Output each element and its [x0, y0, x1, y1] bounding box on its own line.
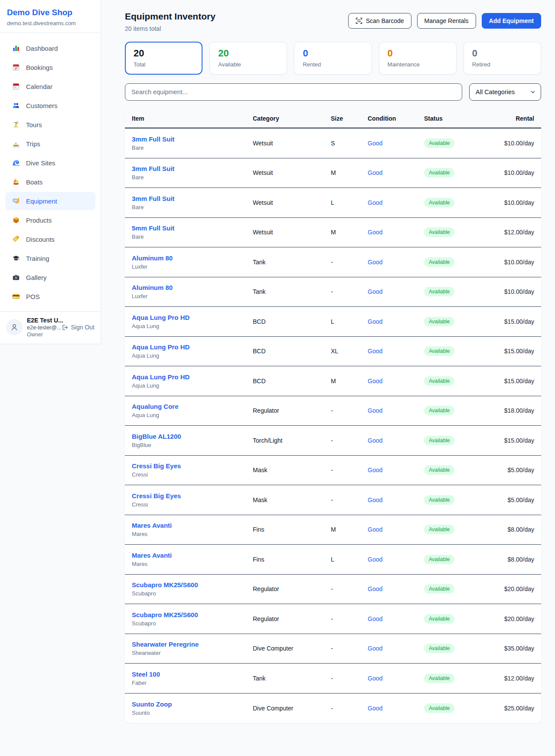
table-row: Scubapro MK25/S600 Scubapro Regulator - …	[125, 604, 541, 634]
item-name-link[interactable]: Aluminum 80	[132, 254, 253, 262]
stat-card-maintenance[interactable]: 0 Maintenance	[379, 42, 457, 75]
item-condition-link[interactable]: Good	[368, 556, 424, 563]
item-condition-link[interactable]: Good	[368, 407, 424, 414]
item-name-link[interactable]: Scubapro MK25/S600	[132, 611, 253, 618]
sidebar-item-bookings[interactable]: 17 Bookings	[5, 58, 95, 76]
table-row: Mares Avanti Mares Fins L Good Available…	[125, 545, 541, 575]
status-badge: Available	[424, 317, 454, 326]
item-condition-link[interactable]: Good	[368, 496, 424, 503]
category-select[interactable]: All Categories	[469, 83, 541, 101]
item-condition-link[interactable]: Good	[368, 437, 424, 444]
item-condition-link[interactable]: Good	[368, 318, 424, 325]
item-name-link[interactable]: Aqua Lung Pro HD	[132, 373, 253, 381]
item-name-link[interactable]: Steel 100	[132, 671, 253, 678]
sidebar-item-discounts[interactable]: Discounts	[5, 230, 95, 248]
item-category: Fins	[253, 526, 331, 533]
item-condition-link[interactable]: Good	[368, 169, 424, 176]
item-size: -	[331, 675, 368, 682]
item-condition-link[interactable]: Good	[368, 705, 424, 712]
item-category: Tank	[253, 259, 331, 266]
item-condition-link[interactable]: Good	[368, 229, 424, 236]
status-badge: Available	[424, 406, 454, 415]
item-rental: $25.00/day	[473, 705, 534, 712]
item-brand: Bare	[132, 174, 253, 181]
scan-barcode-button[interactable]: Scan Barcode	[348, 13, 411, 29]
tours-icon	[12, 121, 20, 128]
item-name-link[interactable]: Mares Avanti	[132, 522, 253, 529]
person-icon	[10, 323, 19, 332]
sidebar-item-trips[interactable]: Trips	[5, 135, 95, 153]
item-name-link[interactable]: Shearwater Peregrine	[132, 641, 253, 648]
item-name-link[interactable]: Aqua Lung Pro HD	[132, 343, 253, 351]
item-condition-link[interactable]: Good	[368, 615, 424, 622]
add-equipment-button[interactable]: Add Equipment	[482, 13, 541, 29]
stat-label: Available	[218, 61, 278, 68]
item-name-link[interactable]: Cressi Big Eyes	[132, 492, 253, 500]
item-category: BCD	[253, 348, 331, 355]
item-name-link[interactable]: Aqua Lung Pro HD	[132, 314, 253, 321]
stat-card-rented[interactable]: 0 Rented	[294, 42, 372, 75]
item-category: Wetsuit	[253, 169, 331, 176]
item-size: L	[331, 556, 368, 563]
item-rental: $8.00/day	[473, 556, 534, 563]
sidebar-item-tours[interactable]: Tours	[5, 115, 95, 134]
stat-card-total[interactable]: 20 Total	[125, 42, 202, 75]
item-condition-link[interactable]: Good	[368, 259, 424, 266]
item-brand: Bare	[132, 233, 253, 240]
item-brand: Luxfer	[132, 263, 253, 270]
item-brand: Cressi	[132, 501, 253, 508]
item-condition-link[interactable]: Good	[368, 378, 424, 385]
item-name-link[interactable]: BigBlue AL1200	[132, 433, 253, 440]
item-name-link[interactable]: Suunto Zoop	[132, 700, 253, 708]
item-category: BCD	[253, 378, 331, 385]
item-name-link[interactable]: 5mm Full Suit	[132, 224, 253, 232]
column-header-item: Item	[132, 115, 253, 122]
item-name-link[interactable]: Mares Avanti	[132, 552, 253, 559]
item-condition-link[interactable]: Good	[368, 675, 424, 682]
table-row: Aluminum 80 Luxfer Tank - Good Available…	[125, 277, 541, 307]
item-name-link[interactable]: 3mm Full Suit	[132, 165, 253, 172]
sidebar-item-dive-sites[interactable]: Dive Sites	[5, 154, 95, 172]
item-category: Wetsuit	[253, 199, 331, 206]
item-condition-link[interactable]: Good	[368, 288, 424, 295]
stat-card-retired[interactable]: 0 Retired	[464, 42, 541, 75]
item-rental: $5.00/day	[473, 467, 534, 473]
stat-card-available[interactable]: 20 Available	[209, 42, 287, 75]
item-condition-link[interactable]: Good	[368, 199, 424, 206]
equipment-table: Item Category Size Condition Status Rent…	[125, 109, 541, 723]
status-badge: Available	[424, 198, 454, 207]
item-name-link[interactable]: Aluminum 80	[132, 284, 253, 291]
item-name-link[interactable]: Scubapro MK25/S600	[132, 581, 253, 588]
sidebar-item-dashboard[interactable]: Dashboard	[5, 39, 95, 57]
item-brand: Aqua Lung	[132, 382, 253, 389]
sign-out-button[interactable]: Sign Out	[61, 324, 95, 331]
item-name-link[interactable]: Aqualung Core	[132, 403, 253, 410]
sidebar-item-pos[interactable]: POS	[5, 287, 95, 306]
item-condition-link[interactable]: Good	[368, 526, 424, 533]
item-name-link[interactable]: Cressi Big Eyes	[132, 462, 253, 470]
sidebar-item-calendar[interactable]: Calendar	[5, 77, 95, 95]
sidebar-item-products[interactable]: Products	[5, 211, 95, 229]
search-input[interactable]	[125, 83, 462, 101]
item-condition-link[interactable]: Good	[368, 585, 424, 592]
table-header-row: Item Category Size Condition Status Rent…	[125, 109, 541, 128]
item-name-link[interactable]: 3mm Full Suit	[132, 135, 253, 143]
item-condition-link[interactable]: Good	[368, 348, 424, 355]
table-row: Steel 100 Faber Tank - Good Available $1…	[125, 664, 541, 694]
sidebar-item-gallery[interactable]: Gallery	[5, 268, 95, 286]
sidebar-item-boats[interactable]: Boats	[5, 173, 95, 191]
table-row: Aqua Lung Pro HD Aqua Lung BCD M Good Av…	[125, 366, 541, 396]
dashboard-icon	[12, 44, 20, 52]
item-name-link[interactable]: 3mm Full Suit	[132, 195, 253, 202]
sidebar-item-training[interactable]: Training	[5, 249, 95, 267]
sidebar-item-equipment[interactable]: Equipment	[5, 192, 95, 210]
column-header-size: Size	[331, 115, 368, 122]
page-header: Equipment Inventory 20 items total Scan …	[125, 11, 541, 32]
item-category: Regulator	[253, 615, 331, 622]
item-condition-link[interactable]: Good	[368, 140, 424, 147]
item-category: Mask	[253, 496, 331, 503]
manage-rentals-button[interactable]: Manage Rentals	[417, 13, 476, 29]
sidebar-item-customers[interactable]: Customers	[5, 96, 95, 115]
item-condition-link[interactable]: Good	[368, 645, 424, 652]
item-condition-link[interactable]: Good	[368, 467, 424, 473]
